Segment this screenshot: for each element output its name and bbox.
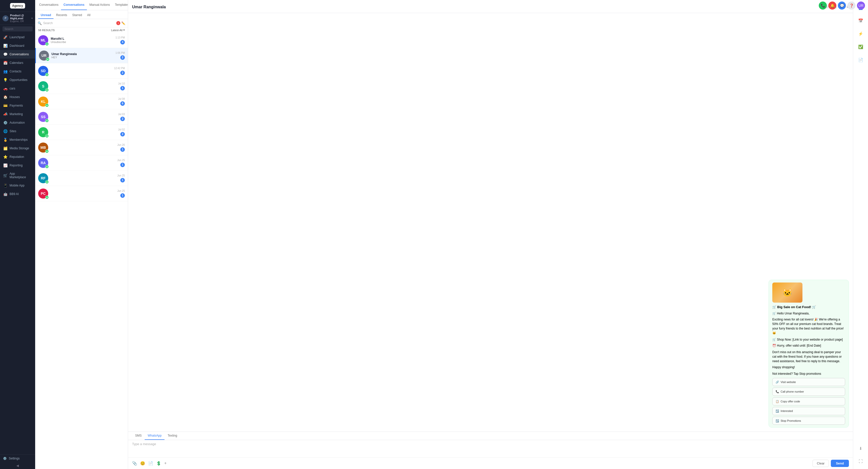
sidebar-item-media-storage[interactable]: 🗂️ Media Storage (0, 144, 35, 152)
sidebar-item-label: Opportunities (9, 78, 27, 82)
msg-greeting: 🛒 Hello Umar Ranginwala, (772, 311, 845, 316)
emoji-icon[interactable]: 😊 (140, 461, 145, 466)
conv-badge: 1 (120, 86, 125, 90)
avatar: SS W (38, 112, 48, 122)
conv-item[interactable]: R W Jul 02 2 (35, 125, 128, 140)
whatsapp-channel-icon: W (45, 104, 49, 107)
memberships-icon: 🏅 (3, 138, 7, 142)
sidebar-item-marketing[interactable]: 📣 Marketing (0, 110, 35, 118)
sidebar-item-opportunities[interactable]: 💡 Opportunities (0, 76, 35, 84)
filter-tab-starred[interactable]: Starred (69, 12, 84, 19)
conv-badge: 6 (120, 101, 125, 106)
conv-time: Jun 25 (117, 174, 125, 177)
sidebar-item-automation[interactable]: ⚙️ Automation (0, 118, 35, 127)
tab-whatsapp[interactable]: WhatsApp (145, 432, 164, 440)
workflow-icon[interactable]: ⚡ (856, 29, 865, 38)
sidebar-item-label: Reporting (9, 164, 23, 167)
account-chevron: ▾ (31, 17, 33, 20)
attachment-icon[interactable]: 📎 (132, 461, 137, 466)
conv-item[interactable]: ML W Maruthi L Unsubscribe 1:13 PM 4 (35, 33, 128, 48)
chat-icon[interactable]: 💬 (838, 1, 846, 9)
plus-icon[interactable]: + (164, 461, 166, 466)
conv-item[interactable]: RF W Jun 25 1 (35, 171, 128, 186)
sidebar-item-payments[interactable]: 💳 Payments (0, 101, 35, 110)
account-switcher[interactable]: P Product @ HighLevel Eugene, OR ▾ (0, 12, 35, 25)
collapse-chat-icon[interactable]: ⬇ (856, 444, 865, 453)
conv-item[interactable]: S W Jul 10 1 (35, 79, 128, 94)
filter-tab-recents[interactable]: Recents (54, 12, 69, 19)
sidebar-item-app-marketplace[interactable]: 🛒 App Marketplace (0, 170, 35, 181)
conv-preview: HEY (52, 56, 113, 59)
sidebar-item-reporting[interactable]: 📈 Reporting (0, 161, 35, 170)
sidebar-item-dashboard[interactable]: 📊 Dashboard (0, 41, 35, 50)
conv-time: 1:13 PM (116, 36, 125, 39)
filter-tab-all[interactable]: All (85, 12, 93, 19)
conv-item[interactable]: UR W Umar Ranginwala HEY 1:06 PM 2 (35, 48, 128, 63)
sidebar-collapse-button[interactable]: ◀ (0, 462, 35, 469)
sidebar-item-label: cars (9, 87, 15, 90)
sidebar-item-bb9-ai[interactable]: 🤖 BB9 AI (0, 190, 35, 198)
action-visit-website[interactable]: 🔗 Visit website (772, 378, 845, 386)
conv-item[interactable]: MB W Jun 26 1 (35, 140, 128, 155)
action-interested[interactable]: ↩️ Interested (772, 407, 845, 415)
sidebar-item-conversations[interactable]: 💬 Conversations (0, 50, 35, 59)
sidebar-item-label: Mobile App (9, 184, 24, 187)
action-stop-promotions[interactable]: ↩️ Stop Promotions (772, 417, 845, 425)
tab-conversations-main[interactable]: Conversations (37, 0, 61, 10)
sidebar-item-contacts[interactable]: 👥 Contacts (0, 67, 35, 76)
expand-icon[interactable]: ⛶ (856, 457, 865, 466)
sidebar: Agency P Product @ HighLevel Eugene, OR … (0, 0, 35, 469)
tab-conversations-active[interactable]: Conversations (61, 0, 87, 10)
sidebar-item-calendars[interactable]: 📅 Calendars (0, 59, 35, 67)
chat-messages: 🐱 🛒 Big Sale on Cat Food! 🛒 🛒 Hello Umar… (128, 13, 853, 432)
conv-item[interactable]: RA W Jun 25 1 (35, 155, 128, 171)
sidebar-item-settings[interactable]: ⚙️ Settings (3, 457, 32, 460)
document-icon[interactable]: 📄 (856, 55, 865, 64)
payment-icon[interactable]: 💲 (156, 461, 161, 466)
tab-manual-actions[interactable]: Manual Actions (87, 0, 112, 10)
avatar: MB W (38, 143, 48, 152)
sidebar-item-launchpad[interactable]: 🚀 Launchpad (0, 33, 35, 41)
help-icon[interactable]: ❓ (847, 1, 856, 9)
send-button[interactable]: Send (831, 460, 849, 467)
notification-icon[interactable]: 🔔 (828, 1, 836, 9)
reputation-icon: ⭐ (3, 155, 7, 159)
sidebar-item-cars[interactable]: 🚗 cars (0, 84, 35, 93)
phone-icon[interactable]: 📞 (819, 1, 827, 9)
conv-filter-tabs: Unread Recents Starred All (35, 10, 128, 19)
media-storage-icon: 🗂️ (3, 146, 7, 150)
conv-badge: 2 (120, 70, 125, 75)
conv-time: Jul 03 (118, 113, 125, 116)
mobile-app-icon: 📱 (3, 183, 7, 187)
msg-body2: Don't miss out on this amazing deal to p… (772, 350, 845, 363)
user-avatar-icon[interactable]: UR (857, 1, 865, 9)
filter-tab-unread[interactable]: Unread (38, 12, 54, 19)
conv-badge: 4 (120, 40, 125, 45)
tab-sms[interactable]: SMS (132, 432, 145, 440)
action-copy-offer[interactable]: 📋 Copy offer code (772, 398, 845, 406)
sidebar-item-sites[interactable]: 🌐 Sites (0, 127, 35, 136)
conv-item[interactable]: SS W Jul 03 2 (35, 109, 128, 125)
tab-texting[interactable]: Texting (164, 432, 180, 440)
message-input[interactable] (132, 442, 849, 455)
sidebar-item-memberships[interactable]: 🏅 Memberships (0, 136, 35, 144)
tab-templates[interactable]: Templates (Snippets) (112, 0, 128, 10)
sort-button[interactable]: Latest-All ▾ (111, 28, 125, 32)
compose-icon[interactable]: ✏️ (121, 21, 125, 25)
conv-item[interactable]: KL W Jul 08 6 (35, 94, 128, 109)
snippet-icon[interactable]: 📄 (148, 461, 153, 466)
sidebar-search-input[interactable] (2, 26, 33, 31)
conv-item[interactable]: PC W Jun 25 1 (35, 186, 128, 201)
calendar-right-icon[interactable]: 📅 (856, 16, 865, 25)
sidebar-item-houses[interactable]: 🏠 Houses (0, 93, 35, 101)
sidebar-item-mobile-app[interactable]: 📱 Mobile App (0, 181, 35, 190)
conv-search-input[interactable] (43, 21, 115, 25)
sidebar-item-reputation[interactable]: ⭐ Reputation (0, 152, 35, 161)
message-container: 🐱 🛒 Big Sale on Cat Food! 🛒 🛒 Hello Umar… (132, 280, 849, 428)
conv-item[interactable]: SD W 12:42 PM 2 (35, 63, 128, 79)
clear-button[interactable]: Clear (812, 460, 829, 467)
action-call-phone[interactable]: 📞 Call phone number (772, 387, 845, 396)
msg-shop-now: 🛒 Shop Now: [Link to your website or pro… (772, 337, 845, 342)
avatar: ML W (38, 35, 48, 45)
checklist-icon[interactable]: ✅ (856, 42, 865, 51)
